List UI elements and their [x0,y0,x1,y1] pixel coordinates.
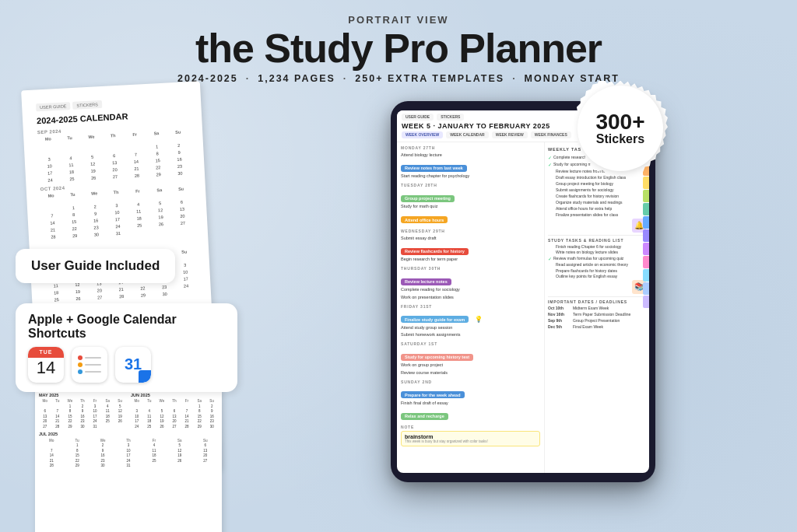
important-date-1: Oct 10th Midterm Exam Week [548,306,646,310]
oct-calendar: MoTuWeThFrSaSu 123456 78910111213 141516… [40,185,194,240]
portrait-view-label: PORTRAIT VIEW [16,14,781,26]
study-task-6: Outline key points for English essay [548,274,646,278]
saturday-task-1: Work on group project [401,362,540,368]
day-monday: MONDAY 27TH Attend biology lecture Revie… [401,145,540,180]
tablet-right-column: WEEKLY TASKS ✓ Complete research for ter… [545,142,649,473]
calendar-shortcuts-badge: Apple + Google Calendar Shortcuts TUE 14 [16,303,237,392]
sunday-pill-2: Relax and recharge [401,413,448,420]
color-tab-7 [643,229,649,242]
tuesday-pill-1: Group project meeting [401,195,455,202]
color-tab-8 [643,243,649,255]
jun-calendar: MoTuWeThFrSaSu 12 3456789 10111213141516… [131,399,218,429]
day-saturday: SATURDAY 1ST Study for upcoming history … [401,341,540,376]
wednesday-label: WEDNESDAY 29TH [401,229,540,233]
may-calendar: MoTuWeThFrSaSu 12345 6789101112 13141516… [39,399,126,429]
tab-stickers[interactable]: STICKERS [437,114,464,121]
important-date-3: Sep 9th Group Project Presentation [548,318,646,323]
tuesday-label: TUESDAY 28TH [401,183,540,187]
friday-task-2: Submit homework assignments [401,331,540,338]
tab-week-overview[interactable]: WEEK OVERVIEW [402,131,443,138]
tab-week-review[interactable]: WEEK REVIEW [492,131,528,138]
tab-week-calendar[interactable]: WEEK CALENDAR [446,131,488,138]
study-task-2: Write notes on biology lecture slides [548,250,646,254]
thursday-pill-1: Review lecture notes [401,278,451,285]
tablet-left-column: MONDAY 27TH Attend biology lecture Revie… [397,142,545,473]
monday-pill-1: Review notes from last week [401,165,467,172]
tuesday-task-1: Study for math quiz [401,203,540,209]
tablet-device: 300+ Stickers USER GUIDE STICKERS STUDY … [391,101,655,482]
subtitle-dot-2: · [343,73,347,84]
friday-pill-1: Finalize study guide for exam [401,316,469,323]
weekly-task-9: Attend office hours for extra help [548,206,646,211]
paper-tab-stickers: STICKERS [72,100,102,110]
color-tab-12 [643,296,649,308]
brainstorm-section: NOTE brainstorm This week is busy but st… [401,425,540,446]
sticker-badge: 300+ Stickers [578,86,663,171]
sunday-task-1: Finish final draft of essay [401,400,540,406]
left-panel: USER GUIDE STICKERS 2024-2025 CALENDAR S… [16,93,265,524]
saturday-pill-1: Study for upcoming history test [401,354,473,361]
calendar-page-title: 2024-2025 CALENDAR [37,108,188,125]
tab-week-finances[interactable]: WEEK FINANCES [531,131,571,138]
color-tabs [643,150,649,308]
day-thursday: THURSDAY 30TH Review lecture notes Compl… [401,266,540,300]
weekly-task-7: Create flashcards for history revision [548,194,646,198]
tablet-container: 300+ Stickers USER GUIDE STICKERS STUDY … [265,93,781,524]
tablet-content: MONDAY 27TH Attend biology lecture Revie… [397,142,649,473]
color-tab-10 [643,269,649,282]
monday-label: MONDAY 27TH [401,145,540,150]
google-calendar-icon: 31 [115,347,151,383]
sticker-blob: 300+ Stickers [578,86,663,171]
sticker-number: 300+ [595,111,644,133]
sticker-label: Stickers [596,133,644,145]
paper-lower: MAY 2025 MoTuWeThFrSaSu 12345 6789101112… [35,389,222,532]
study-task-1: Finish reading Chapter 6 for sociology [548,244,646,249]
paper-tab-guide: USER GUIDE [36,102,71,111]
sep-calendar: MoTuWeThFrSaSu 12 3456789 10111213141516… [37,128,191,184]
st-check-3: ✓ [548,256,552,261]
color-tab-9 [643,256,649,268]
tab-user-guide[interactable]: USER GUIDE [402,114,434,121]
wednesday-pill-1: Review flashcards for history [401,248,469,255]
day-wednesday: WEDNESDAY 29TH Submit essay draft Review… [401,229,540,263]
apple-calendar-icon: TUE 14 [28,347,64,383]
day-friday: FRIDAY 31ST Finalize study guide for exa… [401,304,540,338]
thursday-task-2: Work on presentation slides [401,294,540,300]
thursday-task-1: Complete reading for sociology [401,286,540,292]
apple-cal-day-abbr: TUE [28,347,64,358]
tuesday-pill-2: Attend office hours [401,216,448,223]
sunday-pill-1: Prepare for the week ahead [401,391,465,398]
header: PORTRAIT VIEW the Study Pro Planner 2024… [16,14,781,84]
main-title: the Study Pro Planner [16,27,781,70]
apple-cal-day-num: 14 [37,359,55,376]
weekly-task-10: Finalize presentation slides for class [548,212,646,217]
gcal-corner [139,370,151,383]
monday-task-2: Start reading chapter for psychology [401,173,540,179]
shortcuts-title: Apple + Google Calendar Shortcuts [28,313,225,341]
check-icon-1: ✓ [548,155,552,160]
color-tab-3 [643,177,649,189]
saturday-task-2: Review course materials [401,369,540,376]
jul-label: JUL 2025 [39,432,218,436]
saturday-label: SATURDAY 1ST [401,341,540,346]
user-guide-text: User Guide Included [31,258,160,273]
shortcuts-icons: TUE 14 [28,347,225,383]
day-tuesday: TUESDAY 28TH Group project meeting Study… [401,183,540,225]
main-container: PORTRAIT VIEW the Study Pro Planner 2024… [0,0,797,532]
important-date-2: Nov 16th Term Paper Submission Deadline [548,312,646,317]
color-tab-4 [643,190,649,202]
wednesday-task-2: Begin research for term paper [401,256,540,262]
reminders-icon [72,347,107,383]
sunday-label: SUNDAY 2ND [401,380,540,384]
color-tab-5 [643,203,649,215]
brainstorm-label: NOTE [401,425,540,429]
weekly-task-5: Group project meeting for biology [548,181,646,186]
study-task-3: ✓ Review math formulas for upcoming quiz [548,256,646,261]
study-tasks-divider: STUDY TASKS & READING LIST [548,235,646,243]
may-label: MAY 2025 [39,393,126,397]
monday-task-1: Attend biology lecture [401,152,540,158]
day-sunday: SUNDAY 2ND Prepare for the week ahead Fi… [401,380,540,422]
brainstorm-note: brainstorm This week is busy but stay or… [401,431,540,446]
important-dates-divider: IMPORTANT DATES / DEADLINES [548,296,646,304]
study-task-4: Read assigned article on economic theory [548,262,646,267]
